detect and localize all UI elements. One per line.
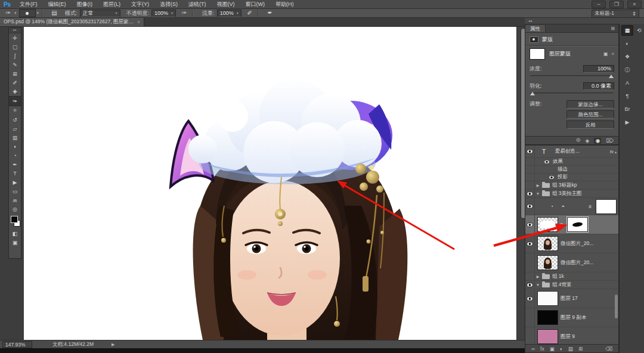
add-vector-mask-icon[interactable]: ⌗ — [611, 51, 614, 57]
layer-thumbnail[interactable] — [537, 310, 558, 325]
group-collapse-icon[interactable]: ▼ — [535, 192, 541, 196]
mask-link-icon[interactable]: 8 — [587, 204, 593, 209]
visibility-toggle[interactable] — [525, 289, 535, 308]
crop-tool[interactable]: ⊞ — [9, 69, 21, 78]
tool-preset-caret-icon[interactable]: ▾ — [14, 11, 17, 16]
visibility-toggle[interactable] — [525, 273, 535, 280]
healing-brush-tool[interactable]: ✚ — [9, 87, 21, 96]
group-expand-icon[interactable]: ▶ — [535, 274, 541, 278]
density-slider-handle[interactable] — [609, 75, 614, 78]
add-layer-mask-icon[interactable]: ▣ — [550, 346, 555, 352]
layer-name[interactable]: 图层 9 — [561, 333, 618, 340]
mask-link-icon[interactable]: 8 — [559, 222, 564, 227]
visibility-toggle[interactable] — [525, 145, 535, 157]
layer-name[interactable]: 爱易创造... — [555, 148, 610, 155]
tab-properties[interactable]: 属性 — [525, 25, 546, 32]
visibility-toggle[interactable] — [525, 281, 535, 289]
close-button[interactable]: × — [627, 1, 642, 8]
group-row[interactable]: ▶ 组 3标题kp — [525, 181, 618, 190]
zoom-tool[interactable]: ◎ — [9, 205, 21, 213]
effects-row[interactable]: 效果 — [525, 158, 618, 166]
invert-button[interactable]: 反相 — [566, 120, 614, 129]
layer-row[interactable]: 微信图片_20... — [525, 234, 618, 253]
group-name[interactable]: 组 4背景 — [552, 281, 618, 289]
pen-tool[interactable]: ✒ — [9, 160, 21, 169]
layer-style-icon[interactable]: fx — [540, 346, 544, 352]
group-row[interactable]: ▶ 组 1k — [525, 273, 618, 281]
lasso-tool[interactable]: ʃ — [9, 51, 21, 60]
workspace-switcher[interactable]: 未标题-1⇕ — [592, 10, 639, 18]
delete-layer-icon[interactable]: ⌫ — [605, 346, 612, 352]
blur-tool[interactable]: ◗ — [9, 142, 21, 151]
fx-badge[interactable]: fx — [610, 149, 614, 154]
tools-panel-grip[interactable]: ▸▸ — [9, 28, 21, 33]
feather-value-field[interactable]: 0.0 像素 — [583, 82, 614, 90]
mask-edge-button[interactable]: 蒙版边缘... — [566, 100, 614, 109]
new-layer-icon[interactable]: ⊞ — [578, 346, 583, 352]
status-menu-arrow-icon[interactable]: ▶ — [112, 342, 114, 347]
layer-row[interactable]: ▪ ⏶ 8 — [525, 198, 618, 215]
menu-filter[interactable]: 滤镜(T) — [183, 0, 212, 8]
document-tab[interactable]: OPS.psd @ 148% (微信截图_20230523172627, 图层蒙… — [0, 18, 144, 26]
paragraph-panel-icon[interactable]: ¶ — [621, 91, 633, 101]
layers-scrollbar-thumb[interactable] — [615, 295, 618, 318]
properties-panel-icon[interactable]: ▦ — [621, 25, 633, 36]
visibility-toggle[interactable] — [525, 198, 535, 215]
layer-row[interactable]: 图层 17 — [525, 289, 618, 308]
marquee-tool[interactable]: ▢ — [9, 42, 21, 51]
quick-mask-button[interactable]: ◧ — [9, 229, 21, 238]
blend-mode-select[interactable]: 正常▾ — [80, 10, 120, 17]
visibility-toggle[interactable] — [525, 181, 535, 189]
hand-tool[interactable]: ʍ — [9, 196, 21, 205]
move-tool[interactable]: ✛ — [9, 33, 21, 42]
layer-thumbnail[interactable] — [537, 291, 558, 306]
menu-layer[interactable]: 图层(L) — [98, 0, 126, 8]
tablet-size-icon[interactable]: ✒ — [265, 10, 275, 17]
group-collapse-icon[interactable]: ▼ — [535, 283, 541, 287]
layer-row-text[interactable]: T 爱易创造... fx ▴ — [525, 145, 618, 158]
history-brush-tool[interactable]: ↺ — [9, 115, 21, 124]
adjustments-panel-icon[interactable]: ◐ — [621, 38, 633, 49]
apply-mask-icon[interactable]: ◈ — [585, 138, 589, 144]
layer-thumbnail[interactable] — [537, 329, 558, 344]
menu-image[interactable]: 图像(I) — [72, 0, 98, 8]
brush-preset-picker[interactable] — [19, 9, 36, 17]
panel-menu-icon[interactable]: ▤ — [611, 26, 616, 31]
character-panel-icon[interactable]: A — [621, 78, 633, 88]
group-row[interactable]: ▼ 组 4背景 — [525, 281, 618, 289]
canvas[interactable] — [24, 27, 516, 340]
color-swatches[interactable] — [9, 213, 21, 229]
density-slider[interactable] — [530, 75, 614, 77]
layer-thumbnail[interactable] — [537, 236, 558, 251]
collapse-panels-icon[interactable]: ◂◂ — [528, 18, 532, 24]
timeline-panel-icon[interactable]: ▶ — [621, 117, 633, 128]
tab-close-icon[interactable]: × — [137, 19, 140, 25]
type-tool[interactable]: T — [9, 169, 21, 178]
quick-selection-tool[interactable]: ✎ — [9, 60, 21, 69]
fx-collapse-icon[interactable]: ▴ — [615, 150, 617, 154]
menu-file[interactable]: 文件(F) — [14, 0, 43, 8]
visibility-toggle[interactable] — [525, 215, 535, 234]
visibility-toggle[interactable] — [525, 190, 535, 197]
layer-thumbnail[interactable] — [537, 255, 558, 270]
shape-tool[interactable]: ▭ — [9, 187, 21, 196]
menu-help[interactable]: 帮助(H) — [270, 0, 299, 8]
effect-visibility-toggle[interactable] — [543, 160, 550, 163]
effect-row-dropshadow[interactable]: 投影 — [525, 174, 618, 181]
delete-mask-icon[interactable]: ⌦ — [606, 138, 614, 144]
dodge-tool[interactable]: ◔ — [9, 151, 21, 160]
group-expand-icon[interactable]: ▶ — [535, 183, 541, 187]
layer-row[interactable]: 图层 9 — [525, 327, 618, 345]
effect-row-stroke[interactable]: 描边 — [525, 166, 618, 174]
brush-tool[interactable]: ✑ — [9, 96, 21, 106]
menu-window[interactable]: 窗口(W) — [240, 0, 271, 8]
history-panel-icon[interactable]: ⟲ — [634, 25, 644, 36]
disable-mask-icon[interactable]: ◉ — [594, 138, 601, 144]
visibility-toggle[interactable] — [525, 327, 535, 345]
gradient-tool[interactable]: ▥ — [9, 133, 21, 142]
eraser-tool[interactable]: ▱ — [9, 124, 21, 133]
load-selection-from-mask-icon[interactable]: ⦾ — [576, 137, 580, 144]
tablet-opacity-icon[interactable]: ✑ — [179, 10, 189, 17]
foreground-color-swatch[interactable] — [11, 216, 18, 223]
group-name[interactable]: 组 3美拍主图 — [552, 190, 618, 197]
